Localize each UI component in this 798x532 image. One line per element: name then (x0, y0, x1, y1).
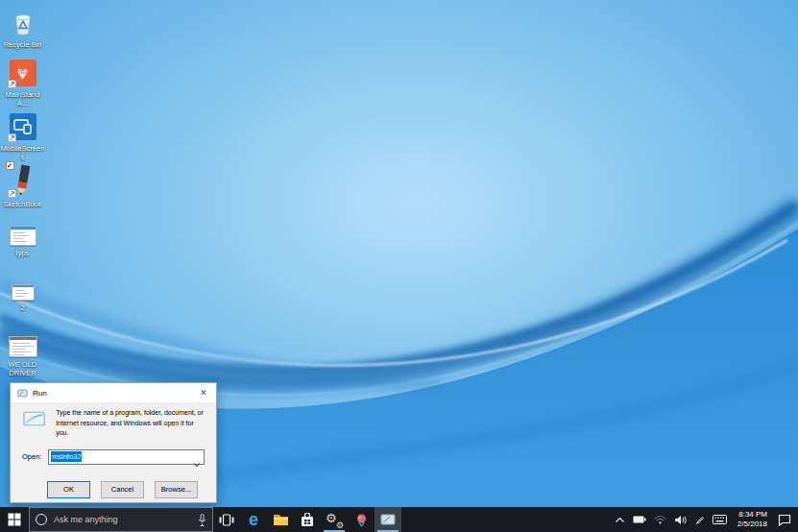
settings-button[interactable]: ⚙⚙ (321, 507, 348, 532)
desktop-icon-mobile-screens[interactable]: MobileScreens (0, 111, 45, 161)
gear-icon: ⚙⚙ (326, 512, 343, 527)
desktop-icon-2[interactable]: 2 (0, 282, 45, 312)
system-tray: 8:34 PM 2/5/2018 (615, 507, 798, 532)
desktop-icon-we-old-driver[interactable]: WE OLD DRIVER (0, 334, 45, 377)
desktop-icon-label: MainStand A... (0, 90, 45, 108)
task-view-icon (219, 514, 234, 526)
battery-icon[interactable] (633, 516, 646, 523)
cortana-circle-icon (36, 514, 47, 525)
cancel-button[interactable]: Cancel (101, 481, 144, 498)
edge-icon: e (249, 511, 258, 528)
desktop-icon-label: WE OLD DRIVER (0, 360, 45, 377)
browse-button[interactable]: Browse... (155, 481, 198, 498)
shortcut-arrow-icon (8, 80, 16, 88)
cares-app-icon: ♥ CARES (8, 58, 38, 88)
desktop[interactable]: Recycle Bin ♥ CARES MainStand A... (0, 0, 798, 532)
action-center-icon (778, 514, 791, 526)
run-taskbar-button[interactable] (375, 507, 401, 532)
dialog-title: Run (33, 389, 191, 398)
desktop-icon-sketchbook[interactable]: ✓ SketchBook (0, 163, 45, 208)
start-button[interactable] (0, 507, 29, 532)
store-bag-icon (301, 513, 314, 527)
open-label: Open: (22, 452, 48, 461)
ok-button[interactable]: OK (47, 481, 90, 498)
touch-keyboard-icon[interactable] (713, 515, 727, 524)
folder-icon (273, 513, 289, 526)
mobile-screens-icon (8, 111, 38, 142)
taskbar: Ask me anything e (0, 507, 798, 532)
clock-time: 8:34 PM (738, 510, 767, 520)
taskbar-clock[interactable]: 8:34 PM 2/5/2018 (735, 510, 770, 529)
run-dialog-titlebar[interactable]: Run ✕ (11, 383, 216, 402)
shortcut-arrow-icon (8, 133, 16, 142)
sketchbook-pencil-icon: ✓ (8, 163, 38, 198)
desktop-icon-label: SketchBook (0, 200, 45, 208)
network-icon[interactable] (654, 515, 666, 524)
document-window-icon (8, 334, 38, 358)
edge-button[interactable]: e (240, 507, 267, 532)
recycle-bin-icon (8, 8, 38, 38)
clock-date: 2/5/2018 (738, 520, 767, 529)
windows-logo-icon (8, 513, 21, 526)
cortana-search-input[interactable]: Ask me anything (29, 507, 213, 532)
chevron-down-icon[interactable] (193, 454, 201, 472)
run-dialog: Run ✕ Type the name of a program, folder… (10, 382, 217, 503)
shortcut-arrow-icon (8, 189, 16, 198)
pink-app-button[interactable] (348, 507, 375, 532)
combobox-selected-text[interactable]: msinfo32 (51, 451, 82, 462)
desktop-icon-label: typs (0, 249, 45, 257)
desktop-icon-label: 2 (0, 303, 45, 312)
pen-icon[interactable] (694, 515, 705, 525)
pink-app-icon (354, 513, 369, 527)
document-window-icon (8, 224, 38, 247)
hidden-icons-chevron[interactable] (615, 517, 625, 523)
desktop-icon-label: MobileScreens (0, 144, 45, 161)
file-explorer-button[interactable] (267, 507, 294, 532)
run-program-icon (22, 408, 47, 428)
run-window-icon (380, 514, 396, 525)
open-combobox[interactable]: msinfo32 (48, 449, 205, 465)
close-icon[interactable]: ✕ (191, 383, 216, 402)
desktop-icon-typs[interactable]: typs (0, 224, 45, 257)
task-view-button[interactable] (213, 507, 240, 532)
checkbox-icon: ✓ (6, 161, 14, 170)
dialog-message: Type the name of a program, folder, docu… (56, 408, 205, 439)
search-placeholder: Ask me anything (54, 515, 198, 524)
desktop-icon-cares-app[interactable]: ♥ CARES MainStand A... (0, 58, 45, 108)
volume-icon[interactable] (674, 515, 687, 525)
action-center-button[interactable] (778, 514, 791, 526)
store-button[interactable] (294, 507, 321, 532)
desktop-icon-label: Recycle Bin (0, 40, 45, 49)
document-window-icon (8, 282, 38, 302)
desktop-icon-recycle-bin[interactable]: Recycle Bin (0, 8, 45, 49)
microphone-icon[interactable] (198, 514, 206, 526)
run-title-icon (17, 389, 28, 398)
